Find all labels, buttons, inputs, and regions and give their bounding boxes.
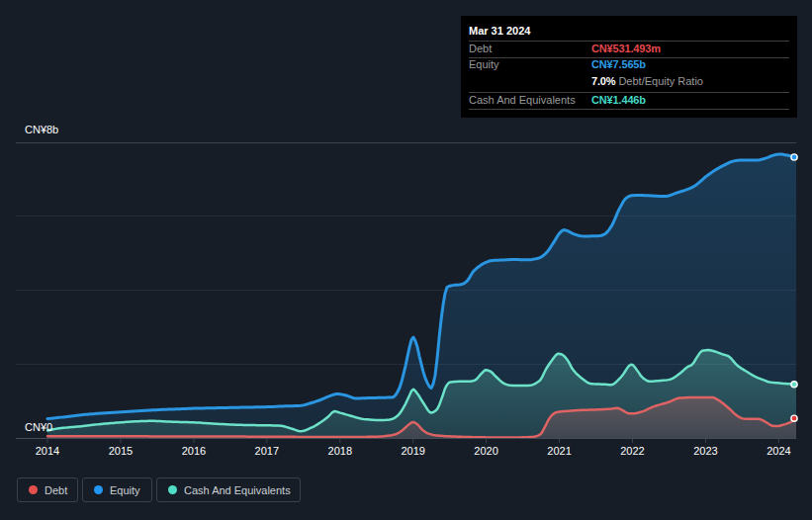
svg-text:2016: 2016 <box>182 445 206 457</box>
svg-text:2015: 2015 <box>109 445 133 457</box>
svg-text:2020: 2020 <box>474 445 497 457</box>
svg-text:2024: 2024 <box>767 445 790 457</box>
svg-text:2021: 2021 <box>547 445 571 457</box>
svg-text:CN¥0: CN¥0 <box>25 421 52 433</box>
svg-text:2018: 2018 <box>328 445 352 457</box>
svg-text:2014: 2014 <box>36 445 59 457</box>
svg-text:2023: 2023 <box>693 445 717 457</box>
svg-text:2019: 2019 <box>401 445 424 457</box>
svg-text:CN¥8b: CN¥8b <box>25 124 58 135</box>
svg-text:2017: 2017 <box>255 445 279 457</box>
svg-text:2022: 2022 <box>620 445 644 457</box>
